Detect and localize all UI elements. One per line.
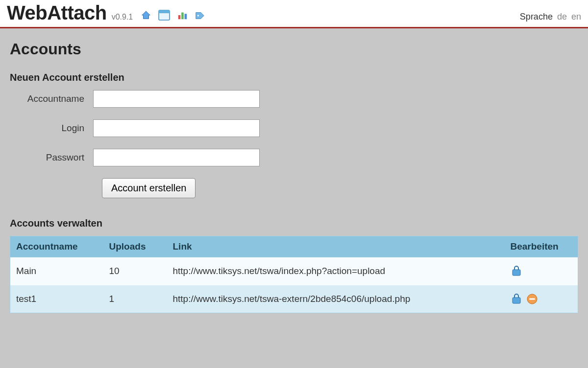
top-bar: WebAttach v0.9.1 Sprache de en [0, 0, 588, 28]
svg-rect-3 [181, 13, 184, 20]
accounts-table: Accountname Uploads Link Bearbeiten Main… [10, 236, 578, 313]
cell-uploads: 1 [103, 285, 167, 313]
svg-rect-6 [513, 270, 520, 276]
svg-point-5 [197, 15, 199, 16]
create-account-button[interactable]: Account erstellen [102, 178, 196, 198]
header-link: Link [167, 236, 505, 257]
svg-rect-2 [178, 15, 181, 19]
header-edit: Bearbeiten [505, 236, 578, 257]
edit-icon[interactable] [511, 265, 522, 277]
manage-section-title: Accounts verwalten [10, 218, 578, 229]
cell-actions [505, 285, 578, 313]
cell-actions [505, 257, 578, 285]
table-row: Main10http://www.tiksys.net/tswa/index.p… [10, 257, 578, 285]
table-row: test11http://www.tiksys.net/tswa-extern/… [10, 285, 578, 313]
cell-accountname: test1 [10, 285, 103, 313]
cell-link: http://www.tiksys.net/tswa/index.php?act… [167, 257, 505, 285]
cell-uploads: 10 [103, 257, 167, 285]
content-area: Accounts Neuen Account erstellen Account… [0, 28, 588, 325]
svg-rect-4 [185, 14, 187, 19]
edit-icon[interactable] [511, 293, 522, 305]
cell-accountname: Main [10, 257, 103, 285]
page-title: Accounts [10, 40, 578, 58]
language-label: Sprache [520, 12, 553, 22]
app-logo: WebAttach [7, 2, 107, 24]
chart-icon[interactable] [177, 10, 188, 21]
create-section-title: Neuen Account erstellen [10, 72, 578, 83]
accountname-label: Accountname [10, 93, 93, 104]
header-accountname: Accountname [10, 236, 103, 257]
cell-link: http://www.tiksys.net/tswa-extern/2bde85… [167, 285, 505, 313]
login-input[interactable] [93, 119, 260, 137]
svg-rect-7 [513, 298, 520, 303]
top-icons [141, 10, 205, 21]
password-label: Passwort [10, 152, 93, 163]
svg-rect-9 [529, 298, 535, 299]
language-switch: Sprache de en [520, 12, 581, 24]
accountname-input[interactable] [93, 90, 260, 108]
svg-rect-1 [159, 10, 170, 13]
header-uploads: Uploads [103, 236, 167, 257]
language-de-link[interactable]: de [557, 12, 567, 22]
password-input[interactable] [93, 149, 260, 166]
table-header-row: Accountname Uploads Link Bearbeiten [10, 236, 578, 257]
tag-icon[interactable] [195, 10, 205, 21]
login-label: Login [10, 123, 93, 134]
language-en-link[interactable]: en [571, 12, 581, 22]
window-icon[interactable] [158, 10, 170, 21]
app-version: v0.9.1 [112, 13, 133, 22]
home-icon[interactable] [141, 10, 151, 21]
delete-icon[interactable] [526, 293, 538, 305]
